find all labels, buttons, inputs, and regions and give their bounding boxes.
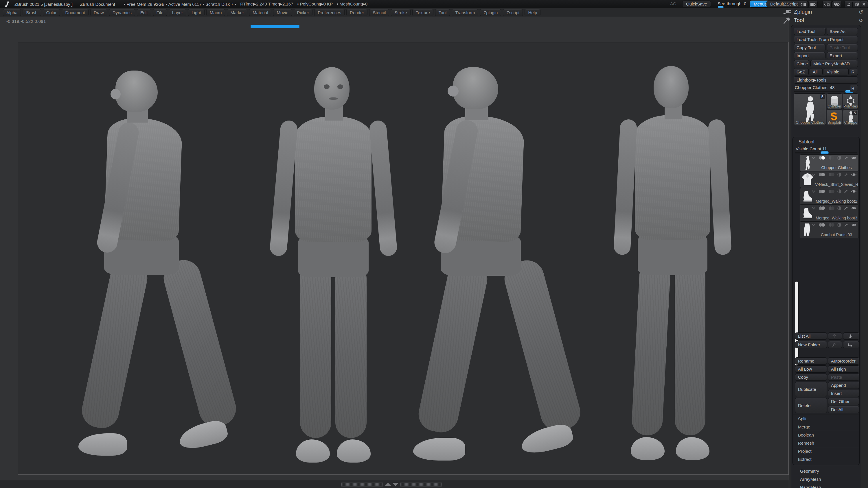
menu-edit[interactable]: Edit xyxy=(137,9,151,16)
close-window-icon[interactable] xyxy=(860,1,868,8)
del-all-button[interactable]: Del All xyxy=(828,406,859,413)
paste-tool-button[interactable]: Paste Tool xyxy=(827,44,858,51)
menu-stroke[interactable]: Stroke xyxy=(391,9,410,16)
menu-zplugin[interactable]: Zplugin xyxy=(480,9,501,16)
polypaint-toggle-icon[interactable] xyxy=(818,172,826,176)
export-button[interactable]: Export xyxy=(827,52,858,59)
menu-light[interactable]: Light xyxy=(188,9,205,16)
menu-texture[interactable]: Texture xyxy=(412,9,433,16)
subtool-title[interactable]: Subtool xyxy=(799,139,814,144)
menu-scrollbar[interactable] xyxy=(251,25,300,28)
tray-grip-left[interactable] xyxy=(341,483,383,487)
menu-movie[interactable]: Movie xyxy=(273,9,292,16)
uv-toggle-icon[interactable] xyxy=(828,206,835,210)
menu-color[interactable]: Color xyxy=(43,9,60,16)
goz-all-button[interactable]: All xyxy=(810,68,823,75)
make-polymesh3d-button[interactable]: Make PolyMesh3D xyxy=(810,60,858,67)
load-tools-from-project-button[interactable]: Load Tools From Project xyxy=(794,36,858,43)
menu-help[interactable]: Help xyxy=(525,9,540,16)
move-up-button[interactable] xyxy=(828,332,842,340)
tray-collapse-icon[interactable] xyxy=(392,483,399,486)
section-split[interactable]: Split xyxy=(793,415,859,423)
contrast-toggle-icon[interactable] xyxy=(837,206,841,210)
menu-document[interactable]: Document xyxy=(62,9,88,16)
menu-render[interactable]: Render xyxy=(346,9,368,16)
cylinder-tool-thumbnail[interactable]: Cylinder xyxy=(827,93,842,109)
paint-brush-icon[interactable] xyxy=(844,189,848,193)
move-into-folder-button[interactable] xyxy=(843,341,859,348)
copy-subtool-button[interactable]: Copy xyxy=(795,373,827,381)
uv-toggle-icon[interactable] xyxy=(828,172,835,176)
menu-transform[interactable]: Transform xyxy=(452,9,478,16)
subtool-row-vneck-shirt[interactable]: V-Neck_Shirt_Sleves_Rolled1 xyxy=(800,171,859,188)
move-panel-right-icon[interactable] xyxy=(832,1,841,8)
section-extract[interactable]: Extract xyxy=(793,455,859,463)
tray-expand-icon[interactable] xyxy=(385,483,391,486)
menu-picker[interactable]: Picker xyxy=(294,9,313,16)
clone-button[interactable]: Clone xyxy=(794,60,809,67)
collapse-right-tray-icon[interactable] xyxy=(808,1,818,8)
del-other-button[interactable]: Del Other xyxy=(828,398,859,405)
menu-stencil[interactable]: Stencil xyxy=(369,9,389,16)
move-panel-left-icon[interactable] xyxy=(822,1,832,8)
paint-brush-icon[interactable] xyxy=(844,172,848,176)
rename-button[interactable]: Rename xyxy=(795,357,827,364)
selected-tool-thumbnail[interactable]: 5 Chopper Clothes xyxy=(794,93,826,125)
section-nanomesh[interactable]: NanoMesh xyxy=(791,483,861,488)
document-canvas[interactable] xyxy=(18,42,789,475)
new-folder-button[interactable]: New Folder xyxy=(795,341,827,348)
all-low-button[interactable]: All Low xyxy=(795,365,827,372)
active-tool-slider-track[interactable] xyxy=(794,91,848,92)
menu-brush[interactable]: Brush xyxy=(23,9,41,16)
chopper-tool-thumbnail[interactable]: 5 Choppe xyxy=(843,109,859,125)
autoreorder-button[interactable]: AutoReorder xyxy=(828,357,859,364)
drop-down-arrow-icon[interactable] xyxy=(812,206,816,210)
save-as-button[interactable]: Save As xyxy=(827,28,858,35)
subtool-row-boot2[interactable]: Merged_Walking boot2 xyxy=(800,188,859,205)
zplugin-reset-icon[interactable]: ↺ xyxy=(859,9,863,15)
polypaint-toggle-icon[interactable] xyxy=(818,206,826,210)
uv-toggle-icon[interactable] xyxy=(828,223,835,227)
visibility-eye-icon[interactable] xyxy=(851,172,857,176)
delete-button[interactable]: Delete xyxy=(795,398,827,413)
move-out-of-folder-button[interactable] xyxy=(828,341,842,348)
visibility-eye-icon[interactable] xyxy=(851,156,857,160)
collapse-left-tray-icon[interactable] xyxy=(799,1,808,8)
simplebrush-tool-thumbnail[interactable]: S SimpleB xyxy=(827,109,842,125)
goz-r-button[interactable]: R xyxy=(850,68,858,75)
polymesh3d-tool-thumbnail[interactable]: PolyMes xyxy=(843,93,859,109)
drop-down-arrow-icon[interactable] xyxy=(812,156,816,160)
menu-macro[interactable]: Macro xyxy=(206,9,225,16)
move-down-button[interactable] xyxy=(843,332,859,340)
menu-dynamics[interactable]: Dynamics xyxy=(109,9,135,16)
tool-reset-icon[interactable]: ↺ xyxy=(859,18,863,24)
polypaint-toggle-icon[interactable] xyxy=(818,189,826,193)
tool-palette-title[interactable]: Tool xyxy=(794,17,804,24)
active-tool-r-button[interactable]: R xyxy=(850,85,858,92)
menu-layer[interactable]: Layer xyxy=(169,9,187,16)
quicksave-button[interactable]: QuickSave xyxy=(682,1,711,7)
section-geometry[interactable]: Geometry xyxy=(791,467,861,475)
goz-visible-button[interactable]: Visible xyxy=(824,68,848,75)
polypaint-toggle-icon[interactable] xyxy=(818,156,826,160)
menu-preferences[interactable]: Preferences xyxy=(314,9,345,16)
section-arraymesh[interactable]: ArrayMesh xyxy=(791,475,861,483)
tray-grip-right[interactable] xyxy=(400,483,442,487)
contrast-toggle-icon[interactable] xyxy=(837,223,841,227)
visibility-eye-icon[interactable] xyxy=(851,206,857,210)
lightbox-tools-button[interactable]: Lightbox▶Tools xyxy=(794,76,858,84)
default-zscript-button[interactable]: DefaultZScript xyxy=(767,1,802,7)
menu-zscript[interactable]: Zscript xyxy=(503,9,523,16)
polypaint-toggle-icon[interactable] xyxy=(818,223,826,227)
paste-subtool-button[interactable]: Paste xyxy=(828,373,859,381)
paint-brush-icon[interactable] xyxy=(844,223,848,227)
subtool-scrollbar[interactable] xyxy=(795,282,798,365)
uv-toggle-icon[interactable] xyxy=(828,189,835,193)
list-all-button[interactable]: List All xyxy=(795,332,827,340)
uv-toggle-icon[interactable] xyxy=(828,156,835,160)
subtool-row-chopper-clothes[interactable]: Chopper Clothes xyxy=(800,154,859,171)
duplicate-button[interactable]: Duplicate xyxy=(795,382,827,397)
drop-down-arrow-icon[interactable] xyxy=(812,173,816,176)
copy-tool-button[interactable]: Copy Tool xyxy=(794,44,826,51)
section-boolean[interactable]: Boolean xyxy=(793,431,859,439)
